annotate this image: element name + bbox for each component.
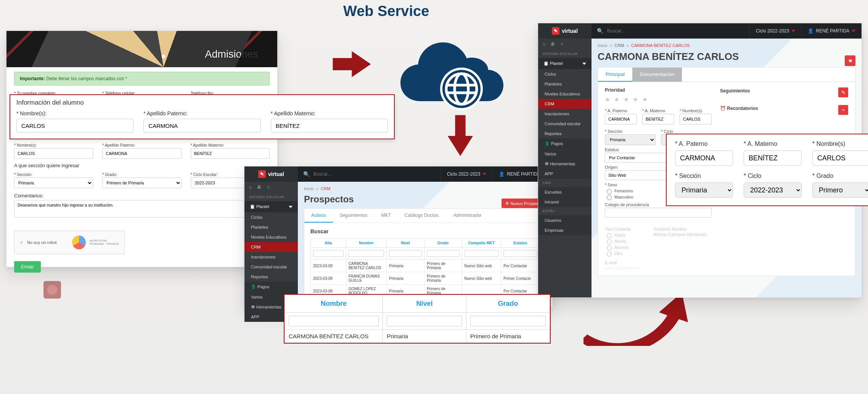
radio-tipo-contacto[interactable] [607, 245, 612, 250]
search-input[interactable] [313, 170, 435, 179]
sidebar-item-pagos[interactable]: 💲 Pagos [244, 282, 298, 292]
filter-nivel[interactable] [389, 250, 422, 257]
sidebar-item-plantel[interactable]: 📋 Plantel [244, 201, 298, 212]
input-colegio[interactable] [605, 208, 712, 218]
home-icon[interactable]: ⌂ [543, 42, 545, 47]
zoom-input-apat[interactable] [143, 119, 260, 132]
sidebar-item-ciclos[interactable]: Ciclos [538, 69, 592, 79]
input-nombre-mini[interactable] [14, 148, 93, 159]
search-input[interactable] [606, 26, 744, 36]
label-detail-nom: * Nombre(s) [680, 108, 702, 113]
sidebar-item-inscripciones[interactable]: Inscripciones [538, 109, 592, 119]
sidebar-item-reportes[interactable]: Reportes [538, 129, 592, 139]
select-grado[interactable]: Primero de Primaria [102, 178, 181, 188]
tab-documentacion[interactable]: Documentación [632, 68, 682, 82]
sidebar-item-intranet[interactable]: Intranet [538, 197, 592, 207]
enviar-button[interactable]: Enviar [14, 261, 41, 273]
star-icon[interactable]: ☆ [560, 42, 564, 47]
tab-catalogo[interactable]: Catálogo Doctos. [398, 209, 447, 223]
zoom-select-ciclo[interactable]: 2022-2023 [744, 182, 802, 198]
filter-camp[interactable] [465, 250, 499, 257]
zoom-input-amat[interactable] [271, 119, 388, 132]
sidebar-item-niveles[interactable]: Niveles Educativos [538, 89, 592, 99]
sidebar-item-pagos[interactable]: 💲 Pagos [538, 139, 592, 149]
priority-stars[interactable]: ★ ★ ★ ★ ★ [605, 96, 712, 103]
radio-tipo-contacto[interactable] [607, 233, 612, 238]
sidebar-item-crm[interactable]: CRM [538, 99, 592, 109]
zoom-filter-nivel[interactable] [387, 316, 462, 326]
sidebar-item-planteles[interactable]: Planteles [244, 222, 298, 232]
sidebar-item-plantel[interactable]: 📋 Plantel [538, 58, 592, 69]
col-nivel[interactable]: Nivel [387, 239, 424, 248]
filter-grado[interactable] [427, 250, 460, 257]
sidebar-item-escuelas[interactable]: Escuelas [538, 187, 592, 197]
input-detail-nom[interactable] [680, 114, 712, 124]
table-row[interactable]: CARMONA BENÍTEZ CARLOS Primaria Primero … [285, 330, 550, 343]
edit-seguimiento-button[interactable]: ✎ [838, 87, 848, 97]
zoom-select-seccion[interactable]: Primaria [675, 182, 733, 198]
input-detail-amat[interactable] [642, 114, 674, 124]
search-icon[interactable]: 🔍 [303, 171, 310, 177]
table-row[interactable]: 2023-03-08FRANCIA DUMAS GUILLEPrimariaPr… [311, 272, 540, 285]
zoom-select-grado[interactable]: Primero [812, 182, 868, 198]
print-icon[interactable]: 🖶 [551, 42, 555, 47]
col-estatus[interactable]: Estatus [501, 239, 540, 248]
sidebar-item-herramientas[interactable]: 🛠 Herramientas [538, 159, 592, 169]
sidebar-item-comunidad[interactable]: Comunidad escolar [244, 262, 298, 272]
table-row[interactable]: 2023-03-09CARMONA BENÍTEZ CARLOSPrimaria… [311, 260, 540, 272]
col-alta[interactable]: Alta [311, 239, 346, 248]
input-detail-apat[interactable] [605, 114, 637, 124]
zoom-input-nombre[interactable] [16, 119, 133, 132]
zoom-filter-grado[interactable] [470, 316, 546, 326]
crumb-root[interactable]: Inicio [304, 186, 314, 191]
sidebar-item-reportes[interactable]: Reportes [244, 272, 298, 282]
chevron-down-icon [791, 30, 795, 32]
sidebar-item-planteles[interactable]: Planteles [538, 79, 592, 89]
filter-est[interactable] [503, 250, 537, 257]
zoom-input-amat[interactable] [744, 150, 802, 166]
zoom-filter-nombre[interactable] [289, 316, 379, 326]
sidebar-item-empresas[interactable]: Empresas [538, 225, 592, 235]
sidebar-item-varios[interactable]: Varios [538, 149, 592, 159]
zoom-input-apat[interactable] [675, 150, 733, 166]
sidebar-item-niveles[interactable]: Niveles Educativos [244, 232, 298, 242]
crumb-root[interactable]: Inicio [598, 43, 608, 48]
input-apat-mini[interactable] [102, 148, 181, 159]
radio-tipo-contacto[interactable] [607, 252, 612, 257]
add-recordatorio-button[interactable]: ＋ [838, 105, 848, 115]
filter-alta[interactable] [313, 250, 344, 257]
crumb-mid[interactable]: CRM [614, 43, 624, 48]
tab-admin[interactable]: Administrador [447, 209, 489, 223]
cycle-dropdown[interactable]: Ciclo 2022-2023 [440, 166, 493, 182]
favorite-button[interactable]: ★ [845, 55, 855, 66]
sidebar-item-ciclos[interactable]: Ciclos [244, 212, 298, 222]
input-amat-mini[interactable] [191, 148, 270, 159]
print-icon[interactable]: 🖶 [257, 185, 261, 190]
tab-principal[interactable]: Principal [598, 68, 632, 82]
col-nombre[interactable]: Nombre [346, 239, 387, 248]
home-icon[interactable]: ⌂ [249, 185, 252, 190]
user-dropdown[interactable]: 👤 RENÉ PARTIDA [802, 23, 862, 39]
zoom-input-nombre[interactable] [812, 150, 868, 166]
cycle-dropdown[interactable]: Ciclo 2022-2023 [749, 23, 802, 39]
sidebar-item-inscripciones[interactable]: Inscripciones [244, 252, 298, 262]
radio-masculino[interactable] [607, 195, 612, 200]
tab-mkt[interactable]: MKT [374, 209, 397, 223]
col-campana[interactable]: Campaña MKT [462, 239, 501, 248]
sidebar-item-comunidad[interactable]: Comunidad escolar [538, 119, 592, 129]
recaptcha[interactable]: ✓ No soy un robot reCAPTCHA Privacidad ·… [14, 231, 125, 254]
textarea-comentarios[interactable]: Deseamos que nuestro hijo ingrese a su i… [14, 200, 270, 218]
sidebar-item-crm[interactable]: CRM [244, 242, 298, 252]
search-icon[interactable]: 🔍 [597, 28, 603, 34]
radio-femenino[interactable] [607, 189, 612, 194]
select-detail-seccion[interactable]: Primaria [605, 134, 656, 145]
col-grado[interactable]: Grado [424, 239, 462, 248]
sidebar-item-usuarios[interactable]: Usuarios [538, 215, 592, 225]
star-icon[interactable]: ☆ [267, 185, 270, 190]
sidebar-item-app[interactable]: APP [538, 169, 592, 179]
tab-seguimientos[interactable]: Seguimientos [333, 209, 375, 223]
filter-nombre[interactable] [349, 250, 384, 257]
radio-tipo-contacto[interactable] [607, 239, 612, 244]
select-seccion[interactable]: Primaria [14, 178, 93, 188]
tab-activos[interactable]: Activos [304, 209, 333, 223]
